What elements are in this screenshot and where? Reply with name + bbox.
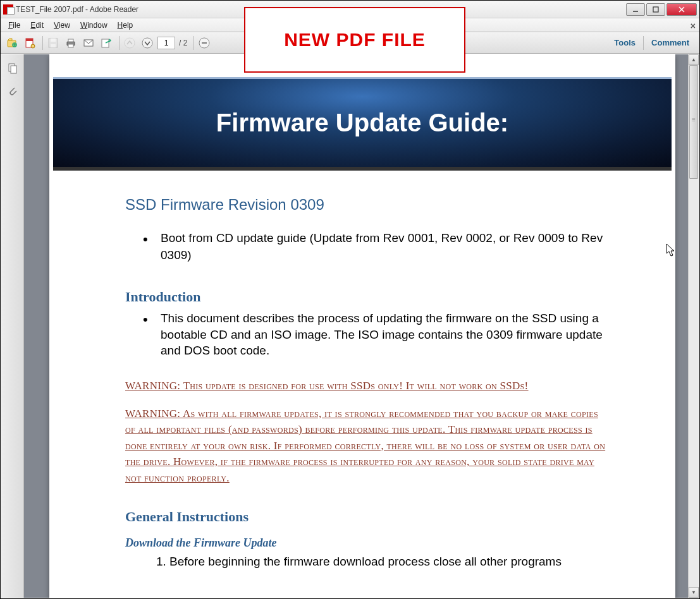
svg-rect-1 [653, 7, 658, 12]
menu-edit[interactable]: Edit [25, 20, 49, 31]
svg-rect-7 [26, 39, 33, 41]
toolbar-right: Tools Comment [608, 35, 696, 50]
overlay-banner: NEW PDF FILE [244, 7, 465, 73]
vertical-scrollbar[interactable]: ▲ ▼ [688, 54, 699, 598]
menu-file-label: ile [13, 21, 20, 30]
open-file-icon[interactable] [4, 35, 20, 51]
comment-button[interactable]: Comment [645, 35, 696, 50]
menu-help-label: elp [123, 21, 133, 30]
menu-view-label: iew [59, 21, 70, 30]
save-icon [46, 35, 61, 51]
document-banner: Firmware Update Guide: [53, 77, 672, 171]
heading-download: Download the Firmware Update [125, 536, 606, 550]
maximize-button[interactable] [646, 3, 665, 16]
page-up-icon [122, 35, 137, 51]
pdf-page: Firmware Update Guide: SSD Firmware Revi… [49, 54, 675, 598]
scroll-down-icon[interactable]: ▼ [689, 587, 699, 598]
toolbar-separator [119, 36, 120, 50]
svg-rect-22 [11, 66, 16, 73]
bullet-boot-guide: Boot from CD update guide (Update from R… [161, 230, 606, 263]
toolbar-separator [42, 36, 43, 50]
toolbar-separator [643, 36, 644, 50]
overlay-text: NEW PDF FILE [284, 29, 426, 51]
share-icon[interactable] [99, 35, 114, 51]
toolbar-separator [193, 36, 194, 50]
menu-edit-label: dit [35, 21, 44, 30]
adobe-reader-icon [3, 4, 13, 15]
document-viewport[interactable]: Firmware Update Guide: SSD Firmware Revi… [24, 54, 688, 598]
bullet-intro: This document describes the process of u… [161, 310, 606, 359]
svg-point-8 [31, 44, 35, 48]
warning-2: WARNING: As with all firmware updates, i… [125, 406, 606, 487]
banner-title: Firmware Update Guide: [216, 109, 508, 137]
scroll-up-icon[interactable]: ▲ [689, 54, 699, 65]
page-number-input[interactable] [157, 37, 175, 49]
email-icon[interactable] [81, 35, 96, 51]
heading-revision: SSD Firmware Revision 0309 [125, 196, 606, 214]
heading-general: General Instructions [125, 509, 606, 525]
svg-rect-10 [51, 39, 56, 42]
svg-rect-11 [51, 44, 56, 47]
warning-1: WARNING: This update is designed for use… [125, 378, 606, 394]
svg-rect-13 [68, 39, 73, 42]
scroll-thumb[interactable] [689, 65, 698, 179]
page-total-label: / 2 [179, 39, 187, 47]
menu-help[interactable]: Help [113, 20, 138, 31]
svg-point-18 [142, 38, 152, 48]
instruction-list: Before beginning the firmware download p… [169, 554, 606, 571]
menu-window-label: indow [87, 21, 107, 30]
page-down-icon[interactable] [140, 35, 155, 51]
zoom-out-icon[interactable] [197, 35, 212, 51]
heading-introduction: Introduction [125, 289, 606, 305]
document-body: SSD Firmware Revision 0309 Boot from CD … [49, 171, 675, 583]
svg-point-17 [125, 38, 135, 48]
close-button[interactable] [666, 3, 697, 16]
navigation-pane [1, 54, 24, 598]
window-controls [625, 3, 697, 16]
thumbnails-icon[interactable] [4, 59, 21, 77]
menu-window[interactable]: Window [75, 20, 113, 31]
minimize-button[interactable] [626, 3, 645, 16]
menu-file[interactable]: File [3, 20, 25, 31]
print-icon[interactable] [63, 35, 78, 51]
svg-rect-16 [102, 39, 109, 47]
menubar-close-icon[interactable]: × [691, 21, 696, 31]
attachments-icon[interactable] [4, 82, 21, 100]
create-pdf-icon[interactable] [22, 35, 37, 51]
svg-rect-14 [68, 44, 73, 47]
tools-button[interactable]: Tools [608, 35, 642, 50]
instruction-step-1: Before beginning the firmware download p… [169, 554, 606, 571]
menu-view[interactable]: View [49, 20, 75, 31]
